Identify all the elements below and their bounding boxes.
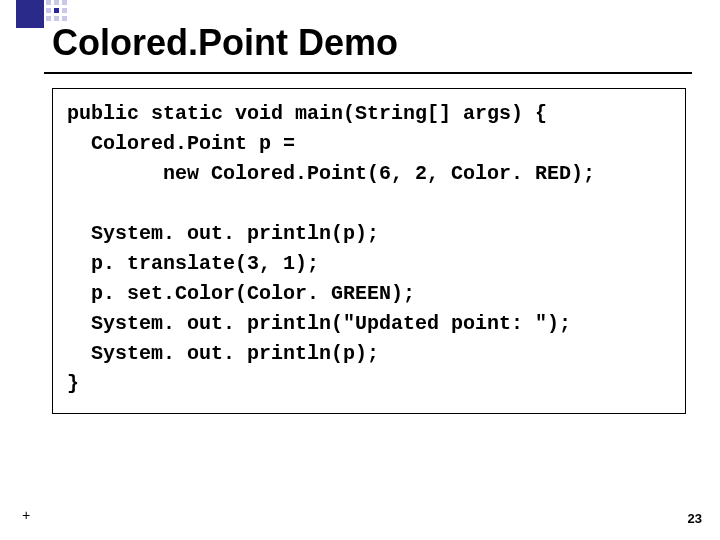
title-underline — [44, 72, 692, 74]
page-number: 23 — [688, 511, 702, 526]
code-block: public static void main(String[] args) {… — [52, 88, 686, 414]
accent-dots — [46, 0, 67, 21]
footer-plus: + — [22, 508, 30, 524]
slide-title: Colored.Point Demo — [52, 22, 398, 64]
accent-square — [16, 0, 44, 28]
